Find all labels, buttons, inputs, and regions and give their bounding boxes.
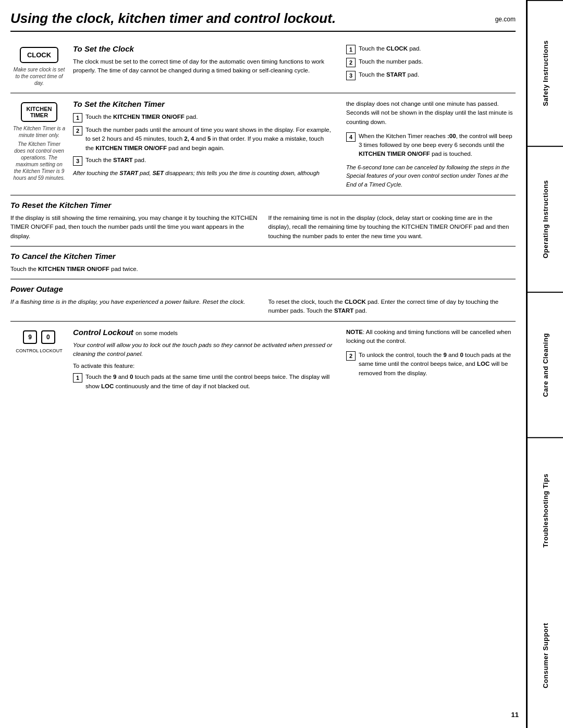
kitchen-icon-line2: TIMER xyxy=(30,112,48,118)
reset-kitchen-timer-heading: To Reset the Kitchen Timer xyxy=(10,201,516,209)
kitchen-caption-1: The Kitchen Timer is a minute timer only… xyxy=(13,125,65,139)
power-outage-right: To reset the clock, touch the CLOCK pad.… xyxy=(268,298,516,316)
kt-step-text-2: Touch the number pads until the amount o… xyxy=(85,126,333,153)
clock-icon-caption: Make sure clock is set to the correct ti… xyxy=(13,66,65,87)
kt-step-num-2: 2 xyxy=(73,126,82,135)
kitchen-caption-2: The Kitchen Timer does not control oven … xyxy=(13,141,65,181)
page-wrapper: Using the clock, kitchen timer and contr… xyxy=(0,0,563,728)
step-text-2: Touch the number pads. xyxy=(359,57,516,66)
kt-step-4: 4 When the Kitchen Timer reaches :00, th… xyxy=(346,132,516,159)
clock-icon-box: CLOCK xyxy=(20,47,58,63)
power-outage-cols: If a flashing time is in the display, yo… xyxy=(10,298,516,316)
kitchen-timer-left-content: To Set the Kitchen Timer 1 Touch the KIT… xyxy=(68,100,338,177)
clock-step-1: 1 Touch the CLOCK pad. xyxy=(346,44,516,54)
kt-step-text-3: Touch the START pad. xyxy=(85,156,333,165)
clock-steps: 1 Touch the CLOCK pad. 2 Touch the numbe… xyxy=(338,44,516,87)
page-title-section: Using the clock, kitchen timer and contr… xyxy=(10,10,516,32)
sidebar-care: Care and Cleaning xyxy=(528,292,563,438)
lockout-left-content: Control Lockout on some models Your cont… xyxy=(68,328,338,394)
power-outage-heading: Power Outage xyxy=(10,285,516,293)
cancel-kitchen-timer-heading: To Cancel the Kitchen Timer xyxy=(10,252,516,261)
sidebar-safety: Safety Instructions xyxy=(528,0,563,146)
kitchen-timer-icon-box: KITCHEN TIMER xyxy=(21,102,57,122)
power-outage-left: If a flashing time is in the display, yo… xyxy=(10,298,258,316)
lockout-left-text2: To activate this feature: xyxy=(73,362,333,371)
kt-step-2: 2 Touch the number pads until the amount… xyxy=(73,126,333,153)
main-content: Using the clock, kitchen timer and contr… xyxy=(0,0,528,728)
reset-kitchen-timer-cols: If the display is still showing the time… xyxy=(10,214,516,241)
reset-kitchen-timer-section: To Reset the Kitchen Timer If the displa… xyxy=(10,195,516,246)
reset-kt-right: If the remaining time is not in the disp… xyxy=(268,214,516,241)
lockout-right-content: NOTE: All cooking and timing functions w… xyxy=(338,328,516,381)
clock-icon-area: CLOCK Make sure clock is set to the corr… xyxy=(10,44,68,87)
kt-right-text-bottom: The 6-second tone can be canceled by fol… xyxy=(346,163,516,189)
kitchen-timer-right-content: the display does not change until one mi… xyxy=(338,100,516,189)
kt-after-step3-note: After touching the START pad, SET disapp… xyxy=(73,169,333,178)
right-sidebar: Safety Instructions Operating Instructio… xyxy=(528,0,563,728)
step-num-2: 2 xyxy=(346,58,356,67)
lockout-left-text1: Your control will allow you to lock out … xyxy=(73,341,333,359)
control-lockout-buttons: 9 0 xyxy=(23,330,55,344)
lockout-step-2: 2 To unlock the control, touch the 9 and… xyxy=(346,351,516,378)
page-title: Using the clock, kitchen timer and contr… xyxy=(10,10,336,26)
kitchen-timer-icon-area: KITCHEN TIMER The Kitchen Timer is a min… xyxy=(10,100,68,181)
kt-step-3: 3 Touch the START pad. xyxy=(73,156,333,166)
lockout-step-num-2: 2 xyxy=(346,351,356,361)
kt-step-num-3: 3 xyxy=(73,156,82,166)
lockout-btn-9: 9 xyxy=(23,330,37,344)
kt-step-num-1: 1 xyxy=(73,113,82,122)
lockout-step-text-1: Touch the 9 and 0 touch pads at the same… xyxy=(85,373,333,391)
control-lockout-section: 9 0 CONTROL LOCKOUT Control Lockout on s… xyxy=(10,322,516,400)
cancel-kt-text: Touch the KITCHEN TIMER ON/OFF pad twice… xyxy=(10,265,516,274)
clock-body: The clock must be set to the correct tim… xyxy=(73,57,333,76)
lockout-btn-label: CONTROL LOCKOUT xyxy=(16,348,63,353)
control-lockout-icon-area: 9 0 CONTROL LOCKOUT xyxy=(10,328,68,353)
clock-main-content: To Set the Clock The clock must be set t… xyxy=(68,44,338,87)
clock-icon-label: CLOCK xyxy=(27,51,51,59)
ge-com: ge.com xyxy=(495,16,516,23)
step-num-1: 1 xyxy=(346,45,356,54)
power-outage-section: Power Outage If a flashing time is in th… xyxy=(10,279,516,322)
lockout-btn-0: 0 xyxy=(41,330,55,344)
sidebar-consumer: Consumer Support xyxy=(528,583,563,728)
kt-step-text-1: Touch the KITCHEN TIMER ON/OFF pad. xyxy=(85,113,333,121)
lockout-heading-text: Control Lockout xyxy=(73,328,133,337)
sidebar-troubleshooting: Troubleshooting Tips xyxy=(528,437,563,583)
lockout-right-note: NOTE: All cooking and timing functions w… xyxy=(346,328,516,346)
clock-heading: To Set the Clock xyxy=(73,44,333,53)
page-number: 11 xyxy=(511,711,519,719)
step-num-3: 3 xyxy=(346,71,356,80)
set-clock-section: CLOCK Make sure clock is set to the corr… xyxy=(10,38,516,93)
step-text-1: Touch the CLOCK pad. xyxy=(359,44,516,53)
kt-step-num-4: 4 xyxy=(346,132,356,142)
kitchen-timer-heading: To Set the Kitchen Timer xyxy=(73,100,333,108)
reset-kt-left: If the display is still showing the time… xyxy=(10,214,258,241)
step-text-3: Touch the START pad. xyxy=(359,70,516,79)
sidebar-operating: Operating Instructions xyxy=(528,146,563,292)
lockout-heading: Control Lockout on some models xyxy=(73,328,333,337)
set-kitchen-timer-section: KITCHEN TIMER The Kitchen Timer is a min… xyxy=(10,93,516,195)
kt-step-1: 1 Touch the KITCHEN TIMER ON/OFF pad. xyxy=(73,113,333,122)
cancel-kitchen-timer-section: To Cancel the Kitchen Timer Touch the KI… xyxy=(10,246,516,279)
lockout-step-text-2: To unlock the control, touch the 9 and 0… xyxy=(359,351,516,378)
kt-right-text-top: the display does not change until one mi… xyxy=(346,100,516,127)
clock-step-2: 2 Touch the number pads. xyxy=(346,57,516,67)
lockout-step-1: 1 Touch the 9 and 0 touch pads at the sa… xyxy=(73,373,333,391)
clock-step-3: 3 Touch the START pad. xyxy=(346,70,516,80)
kt-step-text-4: When the Kitchen Timer reaches :00, the … xyxy=(359,132,516,159)
lockout-step-num-1: 1 xyxy=(73,373,82,382)
lockout-heading-note: on some models xyxy=(136,330,178,336)
kitchen-icon-line1: KITCHEN xyxy=(27,106,52,112)
